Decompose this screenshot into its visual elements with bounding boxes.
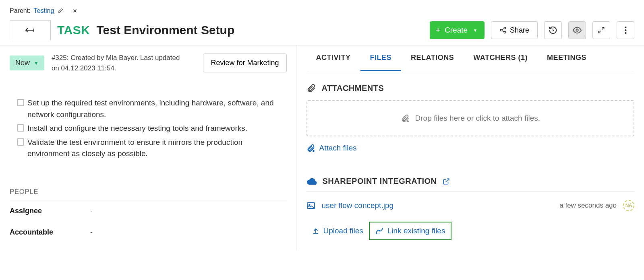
attachments-header: ATTACHMENTS xyxy=(306,83,634,93)
chevron-down-icon: ▼ xyxy=(473,28,477,33)
people-heading: PEOPLE xyxy=(10,188,287,200)
external-link-icon[interactable] xyxy=(443,178,450,185)
sharepoint-header: SHAREPOINT INTEGRATION xyxy=(306,177,634,192)
dropzone-text: Drop files here or click to attach files… xyxy=(415,114,540,123)
svg-point-0 xyxy=(504,27,506,29)
share-button[interactable]: Share xyxy=(491,21,538,39)
task-title: Test Environment Setup xyxy=(96,23,234,37)
history-button[interactable] xyxy=(544,21,562,39)
create-button[interactable]: + Create ▼ xyxy=(430,21,485,39)
link-existing-label: Link existing files xyxy=(387,226,445,235)
author-badge: NA xyxy=(623,200,634,211)
paperclip-icon xyxy=(306,83,316,93)
accountable-label: Accountable xyxy=(10,228,90,237)
review-button[interactable]: Review for Marketing xyxy=(203,54,286,72)
sharepoint-heading: SHAREPOINT INTEGRATION xyxy=(323,177,437,186)
sharepoint-actions: Upload files Link existing files xyxy=(306,222,634,240)
attachments-heading: ATTACHMENTS xyxy=(322,84,384,93)
chevron-down-icon: ▼ xyxy=(34,60,39,66)
file-time: a few seconds ago xyxy=(559,202,617,210)
task-meta: #325: Created by Mia Bayer. Last updated… xyxy=(52,53,184,73)
attach-files-link[interactable]: Attach files xyxy=(306,144,634,152)
assignee-value[interactable]: - xyxy=(90,207,93,215)
accountable-value[interactable]: - xyxy=(90,228,93,237)
image-file-icon xyxy=(306,202,315,209)
status-chip[interactable]: New ▼ xyxy=(10,56,44,70)
tab-activity[interactable]: ACTIVITY xyxy=(306,45,360,71)
watch-button[interactable] xyxy=(568,21,586,39)
left-column: New ▼ #325: Created by Mia Bayer. Last u… xyxy=(0,45,296,250)
create-label: Create xyxy=(445,26,468,35)
right-column: ACTIVITY FILES RELATIONS WATCHERS (1) ME… xyxy=(296,45,644,250)
checklist-item: Validate the test environment to ensure … xyxy=(17,137,287,160)
people-row-assignee: Assignee - xyxy=(10,200,287,222)
breadcrumb: Parent: Testing xyxy=(0,0,644,18)
header: TASK Test Environment Setup + Create ▼ S… xyxy=(0,18,644,45)
share-label: Share xyxy=(510,26,529,35)
edit-parent-icon[interactable] xyxy=(57,8,64,14)
svg-point-4 xyxy=(625,27,626,28)
cloud-icon xyxy=(306,177,317,185)
tab-files[interactable]: FILES xyxy=(360,45,402,71)
tab-relations[interactable]: RELATIONS xyxy=(401,45,464,71)
status-row: New ▼ #325: Created by Mia Bayer. Last u… xyxy=(10,53,287,73)
checkbox[interactable] xyxy=(17,99,24,106)
back-button[interactable] xyxy=(10,20,51,40)
dropzone[interactable]: Drop files here or click to attach files… xyxy=(306,100,634,136)
people-row-accountable: Accountable - xyxy=(10,222,287,243)
status-label: New xyxy=(15,59,30,67)
tabs: ACTIVITY FILES RELATIONS WATCHERS (1) ME… xyxy=(306,45,634,71)
svg-point-1 xyxy=(500,29,502,31)
link-existing-files-link[interactable]: Link existing files xyxy=(369,222,452,240)
svg-point-3 xyxy=(576,29,578,31)
content: New ▼ #325: Created by Mia Bayer. Last u… xyxy=(0,45,644,250)
tab-watchers[interactable]: WATCHERS (1) xyxy=(464,45,537,71)
file-row: user flow concept.jpg a few seconds ago … xyxy=(306,192,634,219)
checklist-text: Set up the required test environments, i… xyxy=(27,97,287,120)
checklist-item: Install and configure the necessary test… xyxy=(17,123,287,134)
tab-meetings[interactable]: MEETINGS xyxy=(537,45,596,71)
parent-link[interactable]: Testing xyxy=(34,7,54,14)
more-button[interactable] xyxy=(617,21,634,39)
checkbox[interactable] xyxy=(17,138,24,146)
plus-icon: + xyxy=(435,26,441,35)
checklist-item: Set up the required test environments, i… xyxy=(17,97,287,120)
svg-point-5 xyxy=(625,29,626,31)
attach-files-label: Attach files xyxy=(319,144,357,152)
svg-point-2 xyxy=(504,31,506,33)
checklist-text: Install and configure the necessary test… xyxy=(27,123,247,134)
parent-label: Parent: xyxy=(10,7,31,14)
upload-files-link[interactable]: Upload files xyxy=(306,222,369,239)
checklist-text: Validate the test environment to ensure … xyxy=(27,137,287,160)
checkbox[interactable] xyxy=(17,124,24,132)
task-type-badge: TASK xyxy=(57,23,90,37)
close-parent-icon[interactable] xyxy=(72,8,78,14)
svg-point-6 xyxy=(625,32,626,34)
checklist: Set up the required test environments, i… xyxy=(10,97,287,160)
assignee-label: Assignee xyxy=(10,207,90,215)
fullscreen-button[interactable] xyxy=(592,21,610,39)
people-section: PEOPLE Assignee - Accountable - xyxy=(10,188,287,243)
upload-files-label: Upload files xyxy=(323,226,363,235)
file-name[interactable]: user flow concept.jpg xyxy=(322,201,394,210)
